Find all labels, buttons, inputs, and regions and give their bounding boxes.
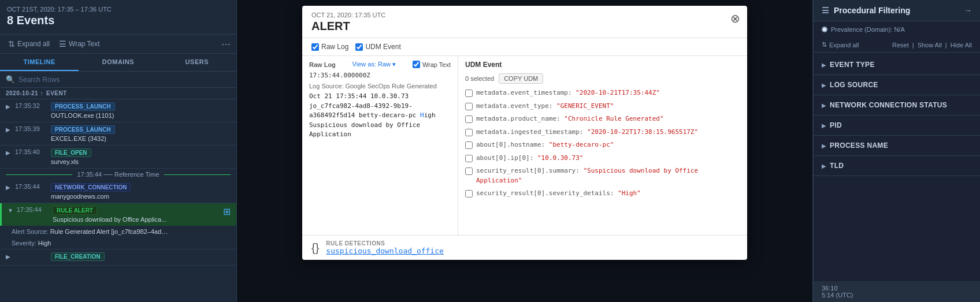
modal-close-button[interactable]: ⊗ — [730, 12, 740, 25]
event-time: 17:35:40 — [15, 148, 51, 155]
event-label: OUTLOOK.exe (1101) — [51, 112, 231, 119]
event-label: EXCEL.EXE (3432) — [51, 135, 231, 142]
raw-log-label: Raw Log — [321, 43, 348, 51]
expand-all-button[interactable]: ⇅ Expand all — [6, 38, 52, 50]
event-badge: PROCESS_LAUNCH — [51, 125, 115, 134]
source-label: Log Source: — [309, 83, 343, 90]
event-content: NETWORK_CONNECTION manygoodnews.com — [51, 183, 231, 200]
wrap-text-button[interactable]: ☰ Wrap Text — [57, 38, 102, 50]
chevron-right-icon: ▶ — [822, 82, 826, 88]
table-row[interactable]: ▶ 17:35:32 PROCESS_LAUNCH OUTLOOK.exe (1… — [0, 99, 236, 122]
udm-field-text: security_result[0].severity_details: "Hi… — [476, 189, 641, 199]
table-header: 2020-10-21 ↑ EVENT — [0, 88, 236, 99]
filter-section-header[interactable]: ▶ PID — [814, 115, 980, 135]
event-content: FILE_OPEN survey.xls — [51, 148, 231, 165]
filter-sections: ▶ EVENT TYPE ▶ LOG SOURCE ▶ NETWORK CONN… — [814, 53, 980, 281]
udm-field: security_result[0].severity_details: "Hi… — [465, 189, 740, 199]
rule-detections-link[interactable]: suspicious_download_office — [326, 247, 444, 255]
udm-field-text: metadata.ingested_timestamp: "2020-10-22… — [476, 128, 698, 137]
event-content: PROCESS_LAUNCH EXCEL.EXE (3432) — [51, 125, 231, 142]
separator1: | — [912, 42, 914, 49]
filter-actions: Reset | Show All | Hide All — [892, 42, 972, 49]
search-input[interactable] — [18, 76, 231, 84]
filter-section-title: LOG SOURCE — [830, 81, 878, 89]
ref-time-label: 17:35:44 ── Reference Time — [77, 171, 159, 178]
udm-field-checkbox[interactable] — [465, 115, 473, 123]
col-event: EVENT — [46, 90, 231, 96]
udm-field-checkbox[interactable] — [465, 103, 473, 110]
wrap-text-checkbox[interactable] — [413, 61, 420, 68]
log-header: Raw Log View as: Raw ▾ Wrap Text — [309, 61, 451, 68]
event-label: survey.xls — [51, 158, 231, 165]
event-badge: FILE_CREATION — [51, 252, 105, 261]
udm-selected-count: 0 selected — [465, 75, 494, 82]
udm-field-checkbox[interactable] — [465, 90, 473, 97]
udm-field-checkbox[interactable] — [465, 129, 473, 136]
hide-all-button[interactable]: Hide All — [951, 42, 972, 49]
chevron-right-icon: ▶ — [822, 62, 826, 68]
copy-udm-button[interactable]: COPY UDM — [499, 73, 543, 84]
udm-field: metadata.event_timestamp: "2020-10-21T17… — [465, 88, 740, 98]
udm-event-checkbox[interactable] — [355, 43, 363, 51]
event-icon: ⊞ — [223, 206, 231, 217]
detail-value: Rule Generated Alert [jo_c7fca982–4ad… — [50, 228, 168, 235]
udm-field-text: about[0].hostname: "betty-decaro-pc" — [476, 140, 614, 150]
filter-toolbar: ⇅ Expand all Reset | Show All | Hide All — [814, 38, 980, 53]
filter-section-log-source: ▶ LOG SOURCE — [814, 75, 980, 95]
filter-section-header[interactable]: ▶ TLD — [814, 156, 980, 176]
chevron-right-icon: ▶ — [6, 126, 13, 133]
wrap-text-toggle[interactable]: Wrap Text — [413, 61, 451, 68]
alert-detail-source: Alert Source: Rule Generated Alert [jo_c… — [0, 226, 236, 237]
right-panel-arrow[interactable]: → — [964, 6, 972, 15]
tabs: TIMELINE DOMAINS USERS — [0, 54, 236, 72]
event-group: ▶ 17:35:39 PROCESS_LAUNCH EXCEL.EXE (343… — [0, 122, 236, 146]
filter-section-event-type: ▶ EVENT TYPE — [814, 55, 980, 75]
ref-line — [164, 174, 231, 175]
udm-field-text: metadata.product_name: "Chronicle Rule G… — [476, 114, 664, 124]
table-row[interactable]: ▶ 17:35:39 PROCESS_LAUNCH EXCEL.EXE (343… — [0, 122, 236, 145]
toolbar: ⇅ Expand all ☰ Wrap Text ⋯ — [0, 35, 236, 54]
reset-button[interactable]: Reset — [892, 42, 909, 49]
filter-section-header[interactable]: ▶ EVENT TYPE — [814, 55, 980, 74]
event-content: FILE_CREATION — [51, 252, 231, 262]
ref-line — [6, 174, 72, 175]
udm-field-checkbox[interactable] — [465, 155, 473, 162]
show-all-button[interactable]: Show All — [918, 42, 942, 49]
udm-field-checkbox[interactable] — [465, 141, 473, 149]
raw-log-timestamp: 17:35:44.000000Z — [309, 72, 451, 79]
detail-label: Alert Source: — [12, 228, 50, 235]
raw-log-tab[interactable]: Raw Log — [311, 43, 348, 51]
chevron-right-icon: ▶ — [822, 143, 826, 149]
time-display-2: 5:14 (UTC) — [822, 292, 972, 299]
event-group: ▶ FILE_CREATION — [0, 249, 236, 266]
table-row[interactable]: ▶ 17:35:40 FILE_OPEN survey.xls — [0, 146, 236, 168]
expand-arrows-icon: ⇅ — [822, 41, 827, 49]
event-badge: NETWORK_CONNECTION — [51, 183, 131, 192]
filter-section-process-name: ▶ PROCESS NAME — [814, 136, 980, 156]
wrap-text-label: Wrap Text — [69, 40, 100, 48]
filter-section-header[interactable]: ▶ NETWORK CONNECTION STATUS — [814, 95, 980, 115]
event-time: 17:35:39 — [15, 125, 51, 132]
filter-expand-all[interactable]: ⇅ Expand all — [822, 41, 859, 49]
filter-section-header[interactable]: ▶ PROCESS NAME — [814, 136, 980, 155]
chevron-right-icon: ▶ — [822, 102, 826, 109]
tab-timeline[interactable]: TIMELINE — [0, 54, 79, 71]
udm-field-checkbox[interactable] — [465, 167, 473, 175]
left-panel: OCT 21ST, 2020: 17:35 – 17:36 UTC 8 Even… — [0, 0, 237, 302]
alert-detail-severity: Severity: High — [0, 237, 236, 249]
table-row[interactable]: ▼ 17:35:44 RULE ALERT Suspicious downloa… — [0, 203, 236, 226]
raw-log-checkbox[interactable] — [311, 43, 319, 51]
udm-field: metadata.event_type: "GENERIC_EVENT" — [465, 102, 740, 111]
table-row[interactable]: ▶ FILE_CREATION — [0, 249, 236, 265]
table-row[interactable]: ▶ 17:35:44 NETWORK_CONNECTION manygoodne… — [0, 180, 236, 203]
chevron-right-icon: ▶ — [6, 150, 13, 156]
tab-domains[interactable]: DOMAINS — [79, 54, 157, 71]
filter-section-header[interactable]: ▶ LOG SOURCE — [814, 75, 980, 95]
view-as-select[interactable]: View as: Raw ▾ — [352, 61, 396, 68]
source-value: Google SecOps Rule Generated — [345, 83, 436, 90]
date-range: OCT 21ST, 2020: 17:35 – 17:36 UTC — [7, 6, 229, 13]
udm-field-checkbox[interactable] — [465, 190, 473, 197]
udm-event-tab[interactable]: UDM Event — [355, 43, 400, 51]
tab-users[interactable]: USERS — [158, 54, 236, 71]
more-button[interactable]: ⋯ — [221, 39, 231, 50]
